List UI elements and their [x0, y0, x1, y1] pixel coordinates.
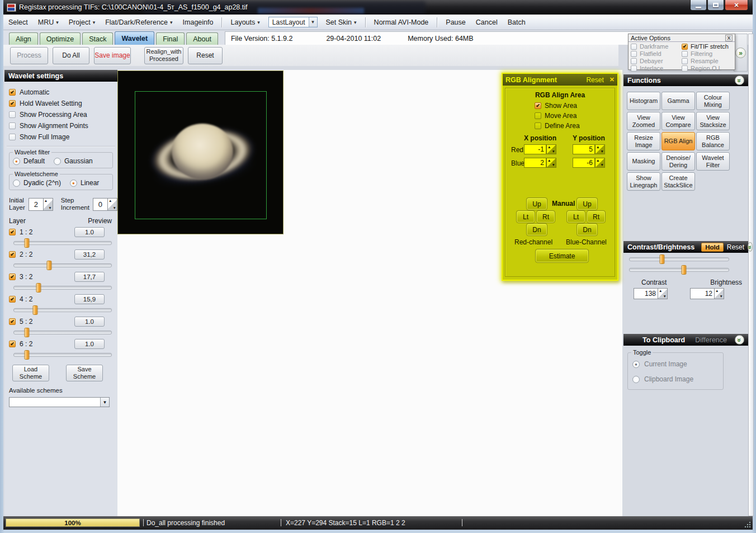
- red-right-button[interactable]: Rt: [537, 211, 555, 223]
- radio-linear[interactable]: ●: [70, 180, 77, 187]
- menu-cancel[interactable]: Cancel: [471, 17, 503, 28]
- stepper-arrows[interactable]: ▲▼: [715, 288, 724, 299]
- menu-pause[interactable]: Pause: [441, 17, 470, 28]
- blue-x-field[interactable]: 2: [524, 158, 546, 168]
- view-compare-button[interactable]: View Compare: [662, 112, 695, 130]
- blue-down-button[interactable]: Dn: [577, 224, 597, 235]
- hold-button[interactable]: Hold: [701, 243, 724, 252]
- masking-button[interactable]: Masking: [627, 152, 660, 171]
- tab-stack[interactable]: Stack: [82, 32, 113, 45]
- layer-6-preview-button[interactable]: 1.0: [74, 339, 105, 349]
- red-y-field[interactable]: 5: [573, 144, 595, 154]
- radio-current-image[interactable]: ● Current Image: [632, 360, 719, 369]
- checkbox-debayer[interactable]: Debayer: [631, 58, 682, 64]
- checkbox-hold-wavelet-setting[interactable]: ✔Hold Wavelet Setting: [9, 99, 117, 107]
- radio-dyadic[interactable]: [13, 180, 20, 187]
- rgb-close-button[interactable]: ✕: [609, 76, 615, 83]
- slider-thumb[interactable]: [24, 350, 29, 360]
- view-zoomed-button[interactable]: View Zoomed: [627, 112, 660, 130]
- combo-dropdown-button[interactable]: ▼: [309, 17, 317, 27]
- active-options-close-button[interactable]: X: [725, 35, 733, 41]
- collapse-contrast-button[interactable]: »: [748, 242, 753, 252]
- red-up-button[interactable]: Up: [527, 198, 547, 210]
- collapse-clipboard-button[interactable]: »: [735, 335, 744, 345]
- wavelet-filter-button[interactable]: Wavelet Filter: [696, 152, 730, 171]
- menu-flat-dark-reference[interactable]: Flat/Dark/Reference▾: [100, 17, 177, 28]
- do-all-button[interactable]: Do All: [53, 47, 89, 64]
- contrast-reset-button[interactable]: Reset: [727, 243, 744, 251]
- checkbox-icon[interactable]: ✔: [9, 318, 16, 325]
- layer-6-slider[interactable]: [13, 353, 112, 357]
- create-stackslice-button[interactable]: Create StackSlice: [662, 172, 695, 191]
- blue-y-field[interactable]: -6: [573, 158, 595, 168]
- menu-set-skin[interactable]: Set Skin▾: [321, 17, 362, 28]
- checkbox-icon[interactable]: ✔: [9, 296, 16, 303]
- initial-layer-stepper[interactable]: 2 ▲▼: [29, 198, 53, 211]
- collapse-functions-button[interactable]: »: [735, 76, 744, 85]
- resize-grip[interactable]: [744, 521, 751, 528]
- slider-thumb[interactable]: [24, 328, 29, 337]
- estimate-button[interactable]: Estimate: [536, 249, 588, 262]
- layer-4-slider[interactable]: [13, 308, 112, 312]
- rgb-balance-button[interactable]: RGB Balance: [696, 132, 730, 150]
- resize-image-button[interactable]: Resize Image: [627, 132, 660, 150]
- menu-avi-mode[interactable]: Normal AVI-Mode: [369, 17, 434, 28]
- maximize-button[interactable]: [707, 0, 724, 11]
- gamma-button[interactable]: Gamma: [662, 92, 695, 110]
- menu-imageinfo[interactable]: Imageinfo: [178, 17, 219, 28]
- right-scroll-strip[interactable]: [748, 34, 754, 516]
- slider-thumb[interactable]: [24, 238, 29, 248]
- saturn-image[interactable]: [117, 70, 284, 234]
- show-linegraph-button[interactable]: Show Linegraph: [627, 172, 660, 191]
- menu-select[interactable]: Select: [3, 17, 33, 28]
- blue-x-stepper[interactable]: ▲▼: [546, 158, 556, 168]
- layer-5-slider[interactable]: [13, 331, 112, 334]
- brightness-stepper[interactable]: 12 ▲▼: [690, 288, 724, 299]
- menu-layouts[interactable]: Layouts▾: [225, 17, 264, 28]
- menu-mru[interactable]: MRU▾: [33, 17, 64, 28]
- step-increment-stepper[interactable]: 0 ▲▼: [93, 198, 117, 211]
- tab-final[interactable]: Final: [156, 32, 185, 45]
- save-image-button[interactable]: Save image: [94, 47, 131, 64]
- rgb-dialog-titlebar[interactable]: RGB Alignment Reset ✕: [503, 74, 617, 86]
- dropdown-button[interactable]: ▼: [100, 398, 109, 407]
- red-left-button[interactable]: Lt: [517, 211, 535, 223]
- red-x-stepper[interactable]: ▲▼: [546, 144, 556, 154]
- layer-5-preview-button[interactable]: 1.0: [74, 317, 105, 327]
- realign-with-processed-button[interactable]: Realign_with Processed: [144, 47, 183, 64]
- layer-3-preview-button[interactable]: 17,7: [74, 272, 105, 282]
- radio-default[interactable]: ●: [13, 158, 20, 165]
- checkbox-show-processing-area[interactable]: Show Processing Area: [9, 110, 117, 119]
- checkbox-icon[interactable]: ✔: [9, 341, 16, 347]
- red-y-stepper[interactable]: ▲▼: [595, 144, 605, 154]
- tab-optimize[interactable]: Optimize: [40, 32, 81, 45]
- contrast-stepper[interactable]: 138 ▲▼: [634, 288, 668, 299]
- layer-1-preview-button[interactable]: 1.0: [74, 227, 105, 237]
- checkbox-show-area[interactable]: ✔Show Area: [535, 102, 577, 110]
- checkbox-icon[interactable]: ✔: [9, 251, 16, 258]
- process-button[interactable]: Process: [10, 47, 48, 64]
- checkbox-darkframe[interactable]: Darkframe: [631, 43, 682, 50]
- brightness-slider[interactable]: [629, 268, 729, 272]
- stepper-arrows[interactable]: ▲▼: [108, 198, 117, 211]
- radio-gaussian[interactable]: [54, 158, 61, 165]
- red-x-field[interactable]: -1: [524, 144, 546, 154]
- rgb-reset-button[interactable]: Reset: [586, 76, 603, 84]
- radio-clipboard-image[interactable]: Clipboard Image: [632, 375, 719, 384]
- blue-left-button[interactable]: Lt: [567, 211, 585, 223]
- blue-right-button[interactable]: Rt: [587, 211, 605, 223]
- stepper-arrows[interactable]: ▲▼: [658, 288, 668, 299]
- tab-wavelet[interactable]: Wavelet: [115, 31, 154, 45]
- expand-panel-button[interactable]: »: [735, 48, 746, 58]
- menu-batch[interactable]: Batch: [503, 17, 531, 28]
- blue-y-stepper[interactable]: ▲▼: [595, 158, 605, 168]
- contrast-slider[interactable]: [629, 257, 729, 261]
- colour-mixing-button[interactable]: Colour Mixing: [696, 92, 730, 110]
- slider-thumb[interactable]: [682, 265, 687, 275]
- rgb-align-button[interactable]: RGB Align: [662, 132, 695, 150]
- close-button[interactable]: ✕: [725, 0, 748, 11]
- layer-4-preview-button[interactable]: 15,9: [74, 294, 105, 304]
- checkbox-filtering[interactable]: Filtering: [682, 50, 733, 57]
- slider-thumb[interactable]: [36, 283, 41, 293]
- load-scheme-button[interactable]: Load Scheme: [12, 365, 49, 381]
